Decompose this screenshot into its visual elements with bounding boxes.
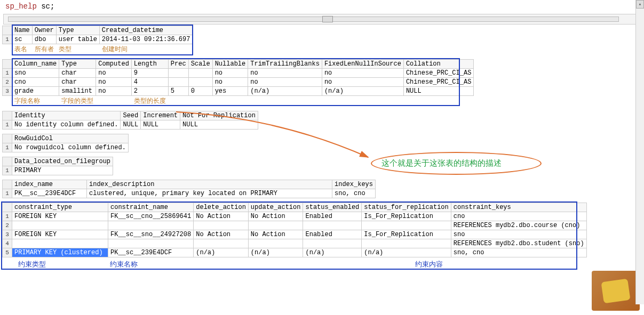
cell[interactable]: 2: [131, 87, 168, 96]
cell[interactable]: REFERENCES mydb2.dbo.course (cno): [451, 221, 586, 230]
col-header[interactable]: RowGuidCol: [12, 134, 129, 143]
col-header[interactable]: Length: [131, 60, 168, 69]
col-header[interactable]: Increment: [141, 111, 180, 120]
cell[interactable]: Chinese_PRC_CI_AS: [403, 78, 473, 87]
cell[interactable]: no: [212, 78, 248, 87]
cell[interactable]: smallint: [59, 87, 96, 96]
col-header[interactable]: Owner: [32, 26, 56, 35]
cell[interactable]: [248, 239, 303, 248]
col-header[interactable]: Not For Replication: [180, 111, 258, 120]
col-header[interactable]: Nullable: [212, 60, 248, 69]
cell[interactable]: No Action: [248, 230, 303, 239]
cell[interactable]: [194, 239, 249, 248]
col-header[interactable]: constraint_name: [108, 203, 194, 212]
col-header[interactable]: Identity: [12, 111, 121, 120]
splitter-handle[interactable]: [322, 16, 333, 22]
cell[interactable]: no: [212, 69, 248, 78]
cell[interactable]: 2014-11-03 09:21:36.697: [99, 35, 193, 44]
cell[interactable]: sno, cno: [332, 189, 376, 198]
col-header[interactable]: constraint_type: [12, 203, 108, 212]
col-header[interactable]: Collation: [403, 60, 473, 69]
col-header[interactable]: constraint_keys: [451, 203, 586, 212]
cell[interactable]: (n/a): [248, 248, 303, 257]
col-header[interactable]: Type: [56, 26, 99, 35]
col-header[interactable]: Type: [59, 60, 96, 69]
cell[interactable]: NULL: [403, 87, 473, 96]
col-header[interactable]: Computed: [96, 60, 132, 69]
cell[interactable]: [188, 78, 212, 87]
cell[interactable]: PK__sc__239E4DCF: [108, 248, 194, 257]
cell[interactable]: no: [248, 78, 322, 87]
cell[interactable]: no: [248, 69, 322, 78]
col-header[interactable]: status_enabled: [303, 203, 362, 212]
cell[interactable]: [108, 221, 194, 230]
cell[interactable]: [168, 69, 188, 78]
cell[interactable]: NULL: [141, 120, 180, 130]
cell[interactable]: [108, 239, 194, 248]
cell[interactable]: No rowguidcol column defined.: [12, 143, 129, 152]
cell[interactable]: Chinese_PRC_CI_AS: [403, 69, 473, 78]
col-header[interactable]: Created_datetime: [99, 26, 193, 35]
cell[interactable]: dbo: [32, 35, 56, 44]
cell[interactable]: [248, 221, 303, 230]
col-header[interactable]: TrimTrailingBlanks: [248, 60, 322, 69]
cell[interactable]: no: [96, 87, 132, 96]
cell[interactable]: grade: [12, 87, 59, 96]
sql-editor-line[interactable]: sp_help sc;: [0, 0, 644, 13]
cell[interactable]: sc: [12, 35, 33, 44]
cell[interactable]: REFERENCES mydb2.dbo.student (sno): [451, 239, 586, 248]
cell[interactable]: no: [96, 69, 132, 78]
cell[interactable]: [362, 239, 451, 248]
cell[interactable]: no: [322, 69, 403, 78]
vertical-scrollbar[interactable]: ▴: [635, 0, 644, 304]
cell[interactable]: [362, 221, 451, 230]
cell[interactable]: 4: [131, 78, 168, 87]
col-header[interactable]: FixedLenNullInSource: [322, 60, 403, 69]
col-header[interactable]: update_action: [248, 203, 303, 212]
cell[interactable]: sno, cno: [451, 248, 586, 257]
cell[interactable]: (n/a): [322, 87, 403, 96]
cell[interactable]: [188, 69, 212, 78]
horizontal-splitter[interactable]: [3, 14, 641, 25]
cell[interactable]: No Action: [194, 212, 249, 221]
col-header[interactable]: index_description: [87, 180, 332, 189]
cell[interactable]: (n/a): [248, 87, 322, 96]
row-number[interactable]: 1: [3, 35, 12, 44]
cell[interactable]: char: [59, 78, 96, 87]
col-header[interactable]: index_keys: [332, 180, 376, 189]
col-header[interactable]: Prec: [168, 60, 188, 69]
cell[interactable]: Is_For_Replication: [362, 212, 451, 221]
cell[interactable]: 9: [131, 69, 168, 78]
cell[interactable]: yes: [212, 87, 248, 96]
cell[interactable]: [12, 239, 108, 248]
cell[interactable]: FK__sc__sno__24927208: [108, 230, 194, 239]
cell[interactable]: (n/a): [303, 248, 362, 257]
cell[interactable]: NULL: [121, 120, 141, 130]
col-header[interactable]: Column_name: [12, 60, 59, 69]
col-header[interactable]: Scale: [188, 60, 212, 69]
cell[interactable]: [303, 221, 362, 230]
cell[interactable]: [194, 221, 249, 230]
cell[interactable]: [303, 239, 362, 248]
cell[interactable]: sno: [451, 230, 586, 239]
col-header[interactable]: delete_action: [194, 203, 249, 212]
cell[interactable]: 0: [188, 87, 212, 96]
col-header[interactable]: Seed: [121, 111, 141, 120]
cell[interactable]: cno: [12, 78, 59, 87]
cell[interactable]: [168, 78, 188, 87]
cell[interactable]: PRIMARY: [12, 166, 113, 175]
cell[interactable]: Enabled: [303, 212, 362, 221]
cell[interactable]: user table: [56, 35, 99, 44]
cell[interactable]: 5: [168, 87, 188, 96]
cell-selected[interactable]: PRIMARY KEY (clustered): [12, 248, 108, 257]
cell[interactable]: sno: [12, 69, 59, 78]
cell[interactable]: FOREIGN KEY: [12, 230, 108, 239]
cell[interactable]: No Action: [248, 212, 303, 221]
cell[interactable]: no: [322, 78, 403, 87]
cell[interactable]: No identity column defined.: [12, 120, 121, 130]
col-header[interactable]: index_name: [12, 180, 87, 189]
cell[interactable]: NULL: [180, 120, 258, 130]
col-header[interactable]: Name: [12, 26, 33, 35]
cell[interactable]: Is_For_Replication: [362, 230, 451, 239]
cell[interactable]: (n/a): [362, 248, 451, 257]
